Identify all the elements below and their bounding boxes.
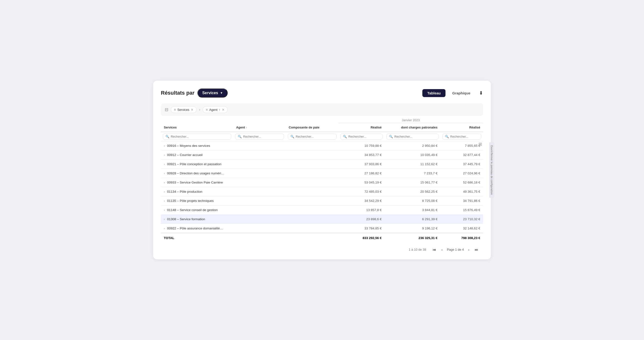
cell-charges: 15 061,77 € xyxy=(384,178,440,187)
side-panel-toggle[interactable]: Ouvrir/fermer le panneau de configuratio… xyxy=(489,142,494,198)
search-row: 🔍 🔍 🔍 xyxy=(161,132,483,141)
search-input-realise1[interactable] xyxy=(348,135,380,138)
cell-service: › 01148 – Service conseil de gestion xyxy=(161,206,233,215)
filter-bar: ⊟ ≡ Services ✕ › ≡ Agent ↑ ✕ xyxy=(161,103,483,116)
cell-charges: 11 152,62 € xyxy=(384,160,440,169)
month-header-row: Janvier 2023 xyxy=(161,116,483,123)
search-wrap-charges[interactable]: 🔍 xyxy=(386,133,438,139)
search-icon-charges: 🔍 xyxy=(389,135,393,138)
filter-arrow-icon: › xyxy=(199,107,200,112)
table-row: › 00921 – Pôle conception et passation 3… xyxy=(161,160,483,169)
chip-services-label: Services xyxy=(177,108,189,112)
cell-composante xyxy=(286,169,338,178)
col-header-composante: Composante de paie xyxy=(286,123,338,132)
cell-composante xyxy=(286,160,338,169)
row-expand-icon[interactable]: › xyxy=(164,190,165,194)
pagination-next-button[interactable]: › xyxy=(466,247,471,253)
pagination-first-button[interactable]: ⏮ xyxy=(430,247,438,253)
col-header-charges: dont charges patronales xyxy=(384,123,440,132)
search-cell-realise2: 🔍 xyxy=(440,132,483,141)
grid-options-icon[interactable]: ⊞ xyxy=(478,141,482,147)
search-input-composante[interactable] xyxy=(296,135,334,138)
cell-realise2: 7 855,65 € xyxy=(440,141,483,150)
table-row: › 00916 – Moyens des services 10 759,88 … xyxy=(161,141,483,150)
service-name-text: 01135 – Pôle projets techniques xyxy=(167,199,214,203)
cell-composante xyxy=(286,224,338,233)
table-row: › 00912 – Courrier accueil 34 853,77 € 1… xyxy=(161,150,483,160)
row-expand-icon[interactable]: › xyxy=(164,199,165,203)
total-empty-composante xyxy=(286,233,338,243)
total-row: TOTAL 833 292,56 € 236 325,31 € 798 308,… xyxy=(161,233,483,243)
search-wrap-services[interactable]: 🔍 xyxy=(163,133,231,139)
cell-charges: 2 950,84 € xyxy=(384,141,440,150)
service-name-text: 00933 – Service Gestion Paie Carrière xyxy=(167,181,223,184)
tab-tableau-button[interactable]: Tableau xyxy=(422,89,446,97)
col-header-services: Services xyxy=(161,123,233,132)
cell-realise1: 37 933,86 € xyxy=(338,160,384,169)
cell-composante xyxy=(286,178,338,187)
cell-charges: 9 196,12 € xyxy=(384,224,440,233)
cell-realise1: 23 898,6 € xyxy=(338,215,384,224)
row-expand-icon[interactable]: › xyxy=(164,181,165,184)
cell-composante xyxy=(286,187,338,196)
download-button[interactable]: ⬇ xyxy=(479,90,483,96)
cell-composante xyxy=(286,206,338,215)
cell-realise2: 32 877,44 € xyxy=(440,150,483,160)
row-expand-icon[interactable]: › xyxy=(164,172,165,175)
cell-realise1: 34 853,77 € xyxy=(338,150,384,160)
row-expand-icon[interactable]: › xyxy=(164,218,165,221)
services-dropdown-button[interactable]: Services ▼ xyxy=(197,88,228,98)
cell-realise1: 72 485,03 € xyxy=(338,187,384,196)
cell-realise2: 27 024,96 € xyxy=(440,169,483,178)
cell-realise2: 15 876,49 € xyxy=(440,206,483,215)
search-icon-services: 🔍 xyxy=(166,135,169,138)
tab-graphique-button[interactable]: Graphique xyxy=(448,89,475,97)
cell-realise1: 27 186,82 € xyxy=(338,169,384,178)
row-expand-icon[interactable]: › xyxy=(164,153,165,157)
search-wrap-composante[interactable]: 🔍 xyxy=(288,133,336,139)
search-input-realise2[interactable] xyxy=(450,135,478,138)
search-input-agent[interactable] xyxy=(243,135,281,138)
row-expand-icon[interactable]: › xyxy=(164,208,165,212)
service-name-text: 00928 – Direction des usages numéri… xyxy=(167,172,224,175)
search-input-services[interactable] xyxy=(171,135,229,138)
table-row: › 01308 – Service formation 23 898,6 € 6… xyxy=(161,215,483,224)
cell-realise2: 32 148,62 € xyxy=(440,224,483,233)
chip-agent-sort-icon: ↑ xyxy=(219,108,221,112)
data-table: Janvier 2023 Services Agent ↑ Composante… xyxy=(161,116,483,243)
service-name-text: 01148 – Service conseil de gestion xyxy=(167,208,218,212)
cell-charges: 7 233,7 € xyxy=(384,169,440,178)
pagination-prev-button[interactable]: ‹ xyxy=(440,247,444,253)
cell-realise1: 10 759,88 € xyxy=(338,141,384,150)
cell-charges: 8 725,08 € xyxy=(384,196,440,206)
cell-service: › 00933 – Service Gestion Paie Carrière xyxy=(161,178,233,187)
chip-agent-close-icon[interactable]: ✕ xyxy=(222,108,224,112)
cell-realise2: 52 686,18 € xyxy=(440,178,483,187)
search-wrap-realise1[interactable]: 🔍 xyxy=(340,133,382,139)
pagination-last-button[interactable]: ⏭ xyxy=(473,247,480,253)
search-wrap-realise2[interactable]: 🔍 xyxy=(442,133,481,139)
cell-realise1: 33 784,85 € xyxy=(338,224,384,233)
table-row: › 01148 – Service conseil de gestion 13 … xyxy=(161,206,483,215)
search-wrap-agent[interactable]: 🔍 xyxy=(235,133,284,139)
cell-composante xyxy=(286,141,338,150)
total-empty-agent xyxy=(233,233,286,243)
service-name-text: 01134 – Pôle production xyxy=(167,190,202,194)
row-expand-icon[interactable]: › xyxy=(164,144,165,147)
filter-chip-services[interactable]: ≡ Services ✕ xyxy=(171,106,196,113)
row-expand-icon[interactable]: › xyxy=(164,162,165,166)
table-row: › 00922 – Pôle assurance domanialité… 33… xyxy=(161,224,483,233)
cell-realise1: 34 542,29 € xyxy=(338,196,384,206)
filter-chip-agent[interactable]: ≡ Agent ↑ ✕ xyxy=(202,106,228,113)
cell-realise1: 53 045,19 € xyxy=(338,178,384,187)
pagination: 1 à 10 de 38 ⏮ ‹ Page 1 de 4 › ⏭ xyxy=(161,243,483,254)
chip-services-close-icon[interactable]: ✕ xyxy=(191,108,194,112)
chevron-down-icon: ▼ xyxy=(220,91,223,95)
row-expand-icon[interactable]: › xyxy=(164,227,165,230)
services-pill-label: Services xyxy=(202,91,218,95)
search-input-charges[interactable] xyxy=(394,135,436,138)
col-header-realise1: Réalisé xyxy=(338,123,384,132)
cell-agent xyxy=(233,187,286,196)
total-realise1: 833 292,56 € xyxy=(338,233,384,243)
cell-agent xyxy=(233,150,286,160)
